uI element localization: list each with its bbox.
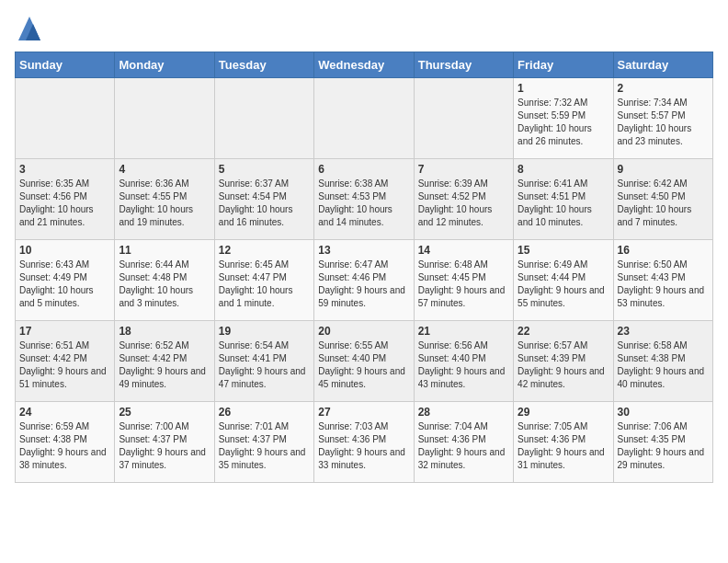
day-number: 4 [119,163,210,176]
logo-icon [15,15,44,44]
calendar-cell: 30Sunrise: 7:06 AMSunset: 4:35 PMDayligh… [613,402,712,483]
day-info: Sunrise: 6:52 AMSunset: 4:42 PMDaylight:… [119,339,210,391]
calendar-cell: 16Sunrise: 6:50 AMSunset: 4:43 PMDayligh… [613,240,712,321]
day-info: Sunrise: 7:06 AMSunset: 4:35 PMDaylight:… [618,420,709,472]
weekday-header: Wednesday [314,52,414,78]
calendar-week-row: 1Sunrise: 7:32 AMSunset: 5:59 PMDaylight… [16,78,713,159]
calendar-week-row: 3Sunrise: 6:35 AMSunset: 4:56 PMDaylight… [16,159,713,240]
calendar-table: SundayMondayTuesdayWednesdayThursdayFrid… [15,52,713,483]
calendar-cell: 10Sunrise: 6:43 AMSunset: 4:49 PMDayligh… [16,240,115,321]
weekday-header: Monday [115,52,214,78]
weekday-header-row: SundayMondayTuesdayWednesdayThursdayFrid… [16,52,713,78]
calendar-cell: 8Sunrise: 6:41 AMSunset: 4:51 PMDaylight… [514,159,613,240]
page-header [15,15,713,44]
calendar-week-row: 17Sunrise: 6:51 AMSunset: 4:42 PMDayligh… [16,321,713,402]
calendar-cell: 13Sunrise: 6:47 AMSunset: 4:46 PMDayligh… [314,240,414,321]
day-info: Sunrise: 6:43 AMSunset: 4:49 PMDaylight:… [19,259,110,310]
day-number: 12 [219,244,310,257]
day-number: 29 [518,406,609,419]
day-info: Sunrise: 7:01 AMSunset: 4:37 PMDaylight:… [219,420,310,472]
day-info: Sunrise: 6:38 AMSunset: 4:53 PMDaylight:… [318,178,409,229]
day-number: 2 [618,82,709,95]
day-number: 28 [418,406,509,419]
day-number: 25 [119,406,210,419]
calendar-cell: 15Sunrise: 6:49 AMSunset: 4:44 PMDayligh… [514,240,613,321]
day-info: Sunrise: 6:58 AMSunset: 4:38 PMDaylight:… [618,339,709,391]
weekday-header: Tuesday [214,52,313,78]
day-info: Sunrise: 6:39 AMSunset: 4:52 PMDaylight:… [418,178,509,229]
day-number: 19 [219,325,310,338]
day-info: Sunrise: 6:47 AMSunset: 4:46 PMDaylight:… [318,259,409,310]
calendar-cell: 17Sunrise: 6:51 AMSunset: 4:42 PMDayligh… [16,321,115,402]
day-number: 24 [19,406,110,419]
day-number: 5 [219,163,310,176]
day-info: Sunrise: 7:04 AMSunset: 4:36 PMDaylight:… [418,420,509,472]
day-info: Sunrise: 6:57 AMSunset: 4:39 PMDaylight:… [518,339,609,391]
day-number: 20 [318,325,409,338]
day-number: 14 [418,244,509,257]
calendar-cell: 22Sunrise: 6:57 AMSunset: 4:39 PMDayligh… [514,321,613,402]
day-number: 13 [318,244,409,257]
day-info: Sunrise: 6:54 AMSunset: 4:41 PMDaylight:… [219,339,310,391]
day-info: Sunrise: 6:56 AMSunset: 4:40 PMDaylight:… [418,339,509,391]
day-info: Sunrise: 6:50 AMSunset: 4:43 PMDaylight:… [618,259,709,310]
day-number: 15 [518,244,609,257]
calendar-cell: 19Sunrise: 6:54 AMSunset: 4:41 PMDayligh… [214,321,313,402]
day-info: Sunrise: 6:44 AMSunset: 4:48 PMDaylight:… [119,259,210,310]
weekday-header: Sunday [16,52,115,78]
calendar-cell: 18Sunrise: 6:52 AMSunset: 4:42 PMDayligh… [115,321,214,402]
day-info: Sunrise: 6:37 AMSunset: 4:54 PMDaylight:… [219,178,310,229]
calendar-cell: 23Sunrise: 6:58 AMSunset: 4:38 PMDayligh… [613,321,712,402]
calendar-cell [314,78,414,159]
day-number: 6 [318,163,409,176]
calendar-cell: 25Sunrise: 7:00 AMSunset: 4:37 PMDayligh… [115,402,214,483]
weekday-header: Saturday [613,52,712,78]
calendar-cell: 14Sunrise: 6:48 AMSunset: 4:45 PMDayligh… [414,240,513,321]
calendar-cell [16,78,115,159]
calendar-cell [214,78,313,159]
day-info: Sunrise: 7:00 AMSunset: 4:37 PMDaylight:… [119,420,210,472]
day-info: Sunrise: 7:32 AMSunset: 5:59 PMDaylight:… [518,97,609,148]
calendar-cell: 12Sunrise: 6:45 AMSunset: 4:47 PMDayligh… [214,240,313,321]
weekday-header: Friday [514,52,613,78]
calendar-cell: 6Sunrise: 6:38 AMSunset: 4:53 PMDaylight… [314,159,414,240]
day-info: Sunrise: 6:36 AMSunset: 4:55 PMDaylight:… [119,178,210,229]
calendar-cell [115,78,214,159]
day-info: Sunrise: 7:34 AMSunset: 5:57 PMDaylight:… [618,97,709,148]
day-info: Sunrise: 6:35 AMSunset: 4:56 PMDaylight:… [19,178,110,229]
day-number: 23 [618,325,709,338]
calendar-cell: 20Sunrise: 6:55 AMSunset: 4:40 PMDayligh… [314,321,414,402]
calendar-week-row: 10Sunrise: 6:43 AMSunset: 4:49 PMDayligh… [16,240,713,321]
day-number: 30 [618,406,709,419]
calendar-cell: 4Sunrise: 6:36 AMSunset: 4:55 PMDaylight… [115,159,214,240]
day-info: Sunrise: 6:49 AMSunset: 4:44 PMDaylight:… [518,259,609,310]
day-info: Sunrise: 6:55 AMSunset: 4:40 PMDaylight:… [318,339,409,391]
day-info: Sunrise: 7:03 AMSunset: 4:36 PMDaylight:… [318,420,409,472]
day-number: 26 [219,406,310,419]
calendar-cell: 11Sunrise: 6:44 AMSunset: 4:48 PMDayligh… [115,240,214,321]
day-info: Sunrise: 6:45 AMSunset: 4:47 PMDaylight:… [219,259,310,310]
day-number: 1 [518,82,609,95]
day-number: 8 [518,163,609,176]
day-info: Sunrise: 6:42 AMSunset: 4:50 PMDaylight:… [618,178,709,229]
calendar-cell: 9Sunrise: 6:42 AMSunset: 4:50 PMDaylight… [613,159,712,240]
day-number: 17 [19,325,110,338]
day-number: 9 [618,163,709,176]
calendar-cell: 21Sunrise: 6:56 AMSunset: 4:40 PMDayligh… [414,321,513,402]
day-number: 7 [418,163,509,176]
calendar-cell: 7Sunrise: 6:39 AMSunset: 4:52 PMDaylight… [414,159,513,240]
day-number: 16 [618,244,709,257]
day-number: 21 [418,325,509,338]
day-number: 22 [518,325,609,338]
calendar-cell: 2Sunrise: 7:34 AMSunset: 5:57 PMDaylight… [613,78,712,159]
day-info: Sunrise: 6:51 AMSunset: 4:42 PMDaylight:… [19,339,110,391]
weekday-header: Thursday [414,52,513,78]
day-info: Sunrise: 6:41 AMSunset: 4:51 PMDaylight:… [518,178,609,229]
day-info: Sunrise: 6:59 AMSunset: 4:38 PMDaylight:… [19,420,110,472]
calendar-cell: 27Sunrise: 7:03 AMSunset: 4:36 PMDayligh… [314,402,414,483]
day-number: 27 [318,406,409,419]
calendar-cell: 5Sunrise: 6:37 AMSunset: 4:54 PMDaylight… [214,159,313,240]
day-number: 18 [119,325,210,338]
calendar-cell: 3Sunrise: 6:35 AMSunset: 4:56 PMDaylight… [16,159,115,240]
logo [15,15,48,44]
